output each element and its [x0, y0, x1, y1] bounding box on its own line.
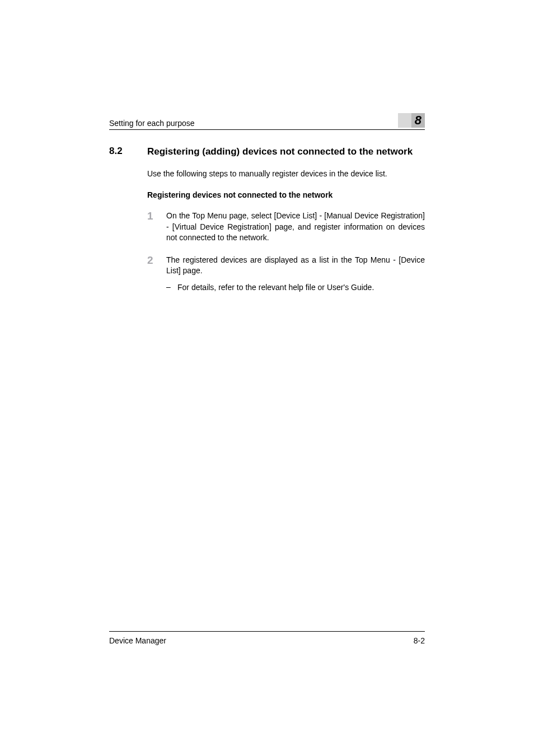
step-text: The registered devices are displayed as … [166, 255, 425, 277]
page-header: Setting for each purpose 8 [109, 113, 425, 130]
section-number: 8.2 [109, 146, 147, 158]
step-item: 1 On the Top Menu page, select [Device L… [147, 211, 425, 244]
section-heading: 8.2 Registering (adding) devices not con… [109, 146, 425, 158]
chapter-number: 8 [415, 113, 425, 128]
running-head: Setting for each purpose [109, 119, 195, 128]
page-number: 8-2 [414, 636, 425, 645]
page-footer: Device Manager 8-2 [109, 631, 425, 645]
step-number: 1 [147, 211, 166, 244]
step-text: On the Top Menu page, select [Device Lis… [166, 211, 425, 244]
bullet-text: For details, refer to the relevant help … [177, 282, 374, 293]
step-item: 2 The registered devices are displayed a… [147, 255, 425, 293]
footer-title: Device Manager [109, 636, 166, 645]
bullet-item: – For details, refer to the relevant hel… [166, 282, 425, 293]
section-title: Registering (adding) devices not connect… [147, 146, 413, 158]
chapter-indicator: 8 [398, 113, 425, 128]
subheading: Registering devices not connected to the… [147, 190, 425, 199]
bullet-dash: – [166, 282, 177, 293]
intro-paragraph: Use the following steps to manually regi… [147, 169, 425, 178]
step-number: 2 [147, 255, 166, 293]
